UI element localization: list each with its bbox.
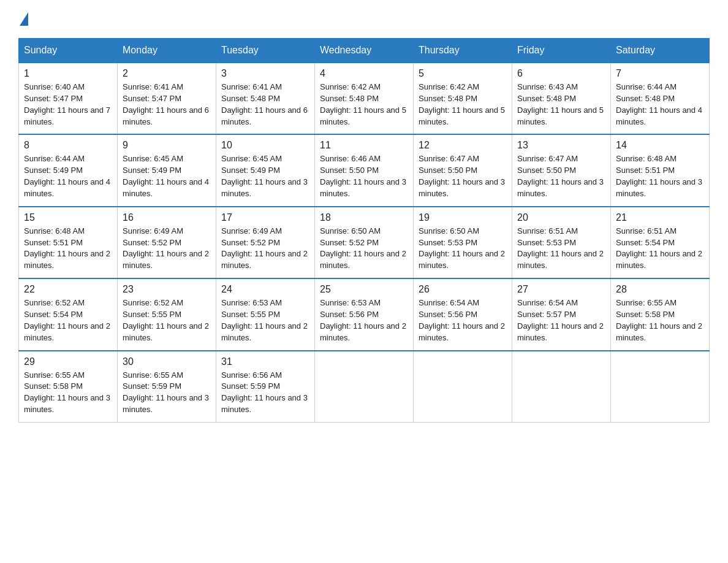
- calendar-week-row: 8Sunrise: 6:44 AMSunset: 5:49 PMDaylight…: [19, 134, 710, 206]
- day-number: 6: [517, 68, 605, 79]
- calendar-day-cell: 24Sunrise: 6:53 AMSunset: 5:55 PMDayligh…: [216, 278, 315, 350]
- day-number: 19: [419, 212, 507, 223]
- day-info: Sunrise: 6:48 AMSunset: 5:51 PMDaylight:…: [24, 226, 112, 272]
- day-info: Sunrise: 6:44 AMSunset: 5:48 PMDaylight:…: [616, 82, 704, 128]
- column-header-monday: Monday: [118, 39, 216, 63]
- empty-cell: [611, 351, 710, 423]
- calendar-day-cell: 14Sunrise: 6:48 AMSunset: 5:51 PMDayligh…: [611, 134, 710, 206]
- day-number: 15: [24, 212, 112, 223]
- calendar-day-cell: 28Sunrise: 6:55 AMSunset: 5:58 PMDayligh…: [611, 278, 710, 350]
- day-info: Sunrise: 6:50 AMSunset: 5:53 PMDaylight:…: [419, 226, 507, 272]
- day-number: 10: [221, 140, 309, 151]
- day-number: 17: [221, 212, 309, 223]
- column-header-saturday: Saturday: [611, 39, 710, 63]
- day-number: 8: [24, 140, 112, 151]
- day-info: Sunrise: 6:52 AMSunset: 5:54 PMDaylight:…: [24, 297, 112, 343]
- empty-cell: [512, 351, 611, 423]
- calendar-day-cell: 16Sunrise: 6:49 AMSunset: 5:52 PMDayligh…: [118, 207, 216, 278]
- calendar-day-cell: 15Sunrise: 6:48 AMSunset: 5:51 PMDayligh…: [19, 207, 118, 278]
- page-header: [18, 12, 710, 26]
- day-info: Sunrise: 6:54 AMSunset: 5:57 PMDaylight:…: [517, 297, 605, 343]
- day-info: Sunrise: 6:53 AMSunset: 5:55 PMDaylight:…: [221, 297, 309, 343]
- day-number: 12: [419, 140, 507, 151]
- day-info: Sunrise: 6:47 AMSunset: 5:50 PMDaylight:…: [419, 153, 507, 199]
- empty-cell: [414, 351, 512, 423]
- calendar-day-cell: 29Sunrise: 6:55 AMSunset: 5:58 PMDayligh…: [19, 351, 118, 423]
- day-info: Sunrise: 6:52 AMSunset: 5:55 PMDaylight:…: [123, 297, 211, 343]
- day-info: Sunrise: 6:42 AMSunset: 5:48 PMDaylight:…: [320, 82, 408, 128]
- day-number: 2: [123, 68, 211, 79]
- day-info: Sunrise: 6:55 AMSunset: 5:59 PMDaylight:…: [123, 370, 211, 416]
- day-info: Sunrise: 6:48 AMSunset: 5:51 PMDaylight:…: [616, 153, 704, 199]
- day-number: 1: [24, 68, 112, 79]
- day-number: 3: [221, 68, 309, 79]
- column-header-sunday: Sunday: [19, 39, 118, 63]
- calendar-day-cell: 8Sunrise: 6:44 AMSunset: 5:49 PMDaylight…: [19, 134, 118, 206]
- calendar-week-row: 29Sunrise: 6:55 AMSunset: 5:58 PMDayligh…: [19, 351, 710, 423]
- calendar-day-cell: 22Sunrise: 6:52 AMSunset: 5:54 PMDayligh…: [19, 278, 118, 350]
- logo-triangle-icon: [20, 12, 28, 26]
- day-number: 29: [24, 356, 112, 367]
- calendar-day-cell: 26Sunrise: 6:54 AMSunset: 5:56 PMDayligh…: [414, 278, 512, 350]
- calendar-week-row: 15Sunrise: 6:48 AMSunset: 5:51 PMDayligh…: [19, 207, 710, 278]
- day-info: Sunrise: 6:54 AMSunset: 5:56 PMDaylight:…: [419, 297, 507, 343]
- day-info: Sunrise: 6:55 AMSunset: 5:58 PMDaylight:…: [24, 370, 112, 416]
- day-info: Sunrise: 6:47 AMSunset: 5:50 PMDaylight:…: [517, 153, 605, 199]
- day-number: 20: [517, 212, 605, 223]
- logo: [18, 12, 29, 26]
- column-header-tuesday: Tuesday: [216, 39, 315, 63]
- day-number: 24: [221, 284, 309, 295]
- day-number: 30: [123, 356, 211, 367]
- day-info: Sunrise: 6:44 AMSunset: 5:49 PMDaylight:…: [24, 153, 112, 199]
- calendar-day-cell: 10Sunrise: 6:45 AMSunset: 5:49 PMDayligh…: [216, 134, 315, 206]
- column-header-wednesday: Wednesday: [315, 39, 414, 63]
- day-number: 22: [24, 284, 112, 295]
- calendar-day-cell: 9Sunrise: 6:45 AMSunset: 5:49 PMDaylight…: [118, 134, 216, 206]
- calendar-day-cell: 23Sunrise: 6:52 AMSunset: 5:55 PMDayligh…: [118, 278, 216, 350]
- day-info: Sunrise: 6:53 AMSunset: 5:56 PMDaylight:…: [320, 297, 408, 343]
- calendar-week-row: 22Sunrise: 6:52 AMSunset: 5:54 PMDayligh…: [19, 278, 710, 350]
- day-number: 31: [221, 356, 309, 367]
- calendar-day-cell: 4Sunrise: 6:42 AMSunset: 5:48 PMDaylight…: [315, 63, 414, 134]
- day-number: 13: [517, 140, 605, 151]
- calendar-day-cell: 5Sunrise: 6:42 AMSunset: 5:48 PMDaylight…: [414, 63, 512, 134]
- day-info: Sunrise: 6:45 AMSunset: 5:49 PMDaylight:…: [123, 153, 211, 199]
- calendar-header-row: SundayMondayTuesdayWednesdayThursdayFrid…: [19, 39, 710, 63]
- day-number: 5: [419, 68, 507, 79]
- day-info: Sunrise: 6:50 AMSunset: 5:52 PMDaylight:…: [320, 226, 408, 272]
- calendar-day-cell: 12Sunrise: 6:47 AMSunset: 5:50 PMDayligh…: [414, 134, 512, 206]
- calendar-day-cell: 31Sunrise: 6:56 AMSunset: 5:59 PMDayligh…: [216, 351, 315, 423]
- calendar-day-cell: 6Sunrise: 6:43 AMSunset: 5:48 PMDaylight…: [512, 63, 611, 134]
- day-number: 27: [517, 284, 605, 295]
- day-number: 11: [320, 140, 408, 151]
- column-header-friday: Friday: [512, 39, 611, 63]
- calendar-week-row: 1Sunrise: 6:40 AMSunset: 5:47 PMDaylight…: [19, 63, 710, 134]
- day-info: Sunrise: 6:45 AMSunset: 5:49 PMDaylight:…: [221, 153, 309, 199]
- calendar-day-cell: 30Sunrise: 6:55 AMSunset: 5:59 PMDayligh…: [118, 351, 216, 423]
- day-number: 9: [123, 140, 211, 151]
- day-info: Sunrise: 6:42 AMSunset: 5:48 PMDaylight:…: [419, 82, 507, 128]
- day-number: 4: [320, 68, 408, 79]
- day-info: Sunrise: 6:55 AMSunset: 5:58 PMDaylight:…: [616, 297, 704, 343]
- day-info: Sunrise: 6:43 AMSunset: 5:48 PMDaylight:…: [517, 82, 605, 128]
- calendar-day-cell: 3Sunrise: 6:41 AMSunset: 5:48 PMDaylight…: [216, 63, 315, 134]
- calendar-day-cell: 7Sunrise: 6:44 AMSunset: 5:48 PMDaylight…: [611, 63, 710, 134]
- column-header-thursday: Thursday: [414, 39, 512, 63]
- day-info: Sunrise: 6:51 AMSunset: 5:54 PMDaylight:…: [616, 226, 704, 272]
- calendar-day-cell: 1Sunrise: 6:40 AMSunset: 5:47 PMDaylight…: [19, 63, 118, 134]
- day-number: 28: [616, 284, 704, 295]
- day-number: 16: [123, 212, 211, 223]
- day-number: 25: [320, 284, 408, 295]
- calendar-day-cell: 11Sunrise: 6:46 AMSunset: 5:50 PMDayligh…: [315, 134, 414, 206]
- day-info: Sunrise: 6:49 AMSunset: 5:52 PMDaylight:…: [221, 226, 309, 272]
- day-info: Sunrise: 6:49 AMSunset: 5:52 PMDaylight:…: [123, 226, 211, 272]
- calendar-day-cell: 25Sunrise: 6:53 AMSunset: 5:56 PMDayligh…: [315, 278, 414, 350]
- day-number: 23: [123, 284, 211, 295]
- calendar-day-cell: 13Sunrise: 6:47 AMSunset: 5:50 PMDayligh…: [512, 134, 611, 206]
- day-info: Sunrise: 6:40 AMSunset: 5:47 PMDaylight:…: [24, 82, 112, 128]
- day-info: Sunrise: 6:56 AMSunset: 5:59 PMDaylight:…: [221, 370, 309, 416]
- calendar-day-cell: 27Sunrise: 6:54 AMSunset: 5:57 PMDayligh…: [512, 278, 611, 350]
- day-number: 7: [616, 68, 704, 79]
- day-number: 26: [419, 284, 507, 295]
- empty-cell: [315, 351, 414, 423]
